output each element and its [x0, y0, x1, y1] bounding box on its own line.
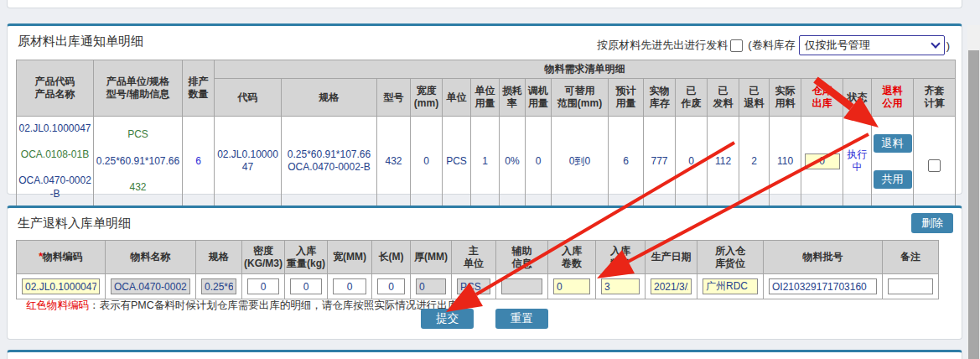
col-header-machine-usage: 调机 用量	[526, 79, 552, 117]
cell-actual-usage: 110	[770, 117, 801, 207]
col-header-warehouse-slot: 所入仓 库货位	[697, 241, 764, 274]
cell-unit-usage: 1	[471, 117, 500, 207]
prod-date-input[interactable]	[651, 278, 692, 294]
col-header-actual-usage: 实际 用料	[770, 79, 801, 117]
cell-unit: PCS	[443, 117, 471, 207]
col-header-unit: 单位	[443, 79, 471, 117]
cell-product-code: 02.JL0.1000047 OCA.0108-01B OCA.0470-000…	[17, 117, 94, 207]
cell-returned: 2	[739, 117, 770, 207]
col-header-width: 宽度 (mm)	[411, 79, 443, 117]
cell-spec: 0.25*60.91*107.66 OCA.0470-0002-B	[282, 117, 377, 207]
roll-count-input[interactable]	[553, 278, 590, 294]
col-header-weight-in: 入库 重量(kg)	[285, 241, 328, 274]
col-header-main-unit: 主 单位	[452, 241, 496, 274]
roll-stock-select[interactable]: 仅按批号管理	[799, 35, 945, 55]
col-header-material-name: 物料名称	[106, 241, 196, 274]
cell-loss-rate: 0%	[500, 117, 526, 207]
table-row: 02.JL0.1000047 OCA.0108-01B OCA.0470-000…	[17, 117, 956, 207]
main-unit-input[interactable]	[457, 278, 490, 294]
return-material-button[interactable]: 退料	[874, 134, 912, 153]
next-panel-edge	[7, 350, 962, 359]
cell-machine-usage: 0	[526, 117, 552, 207]
col-header-expected-usage: 预计 用量	[609, 79, 644, 117]
chevron-down-icon	[931, 39, 940, 48]
col-header-substitute-range: 可替用 范围(mm)	[552, 79, 609, 117]
col-header-scrapped: 已 作废	[676, 79, 708, 117]
submit-button[interactable]: 提交	[421, 309, 474, 329]
col-header-physical-stock: 实物 库存	[644, 79, 676, 117]
col-header-thickness: 厚(MM)	[411, 241, 452, 274]
cell-sched-qty: 6	[183, 117, 215, 207]
kit-calc-checkbox[interactable]	[928, 159, 941, 172]
delete-button[interactable]: 删除	[911, 213, 953, 233]
cell-expected-usage: 6	[609, 117, 644, 207]
col-header-warehouse-out: 仓库 出库	[801, 79, 843, 117]
cell-scrapped: 0	[676, 117, 708, 207]
remark-input[interactable]	[888, 278, 933, 294]
col-header-remark: 备注	[883, 241, 939, 274]
width-input[interactable]	[333, 278, 366, 294]
col-header-code: 代码	[215, 79, 282, 117]
previous-panel-edge	[7, 0, 962, 8]
warehouse-slot-input[interactable]	[703, 278, 758, 294]
outbound-options-row: 按原材料先进先出进行发料 (卷料库存 仅按批号管理 )	[597, 35, 950, 55]
outbound-panel-title: 原材料出库通知单明细	[18, 34, 143, 49]
material-code-input[interactable]	[22, 278, 100, 294]
cell-product-unit-spec: PCS 0.25*60.91*107.66 432	[94, 117, 183, 207]
col-header-unit-usage: 单位 用量	[471, 79, 500, 117]
cell-code: 02.JL0.1000047	[215, 117, 282, 207]
col-header-kit-calc: 齐套 计算	[914, 79, 956, 117]
col-header-material-code: *物料编码	[17, 241, 106, 274]
col-header-loss-rate: 损耗 率	[500, 79, 526, 117]
col-header-batch-no: 物料批号	[764, 241, 883, 274]
cell-return-share: 退料 共用	[872, 117, 914, 207]
cell-physical-stock: 777	[644, 117, 676, 207]
weight-in-input[interactable]	[290, 278, 322, 294]
col-header-model: 型号	[377, 79, 411, 117]
col-header-return-share: 退料 公用	[872, 79, 914, 117]
return-inbound-table: *物料编码 物料名称 规格 密度 (KG/M3) 入库 重量(kg) 宽(MM)…	[16, 240, 939, 299]
col-header-issued: 已 发料	[708, 79, 739, 117]
share-button[interactable]: 共用	[874, 170, 912, 189]
col-header-prod-date: 生产日期	[646, 241, 697, 274]
batch-no-input[interactable]	[769, 278, 877, 294]
col-header-sched-qty: 排产 数量	[183, 60, 215, 117]
spec-input[interactable]	[201, 278, 236, 294]
col-header-roll-count: 入库 卷数	[548, 241, 596, 274]
cell-kit-calc	[914, 117, 956, 207]
cell-width: 0	[411, 117, 443, 207]
col-header-density: 密度 (KG/M3)	[242, 241, 285, 274]
return-panel-title: 生产退料入库单明细	[18, 216, 131, 232]
col-header-product-unit-spec: 产品单位/规格 型号/辅助信息	[94, 60, 183, 117]
return-inbound-panel: 生产退料入库单明细 删除 *物料编码 物料名称 规格 密度 (KG/M3) 入库…	[7, 206, 962, 340]
scrollbar-thumb[interactable]	[968, 50, 979, 359]
roll-stock-select-value: 仅按批号管理	[805, 38, 870, 53]
cell-substitute-range: 0到0	[552, 117, 609, 207]
aux-info-input[interactable]	[501, 278, 542, 294]
roll-stock-label: (卷料库存	[748, 38, 795, 53]
material-name-input[interactable]	[111, 278, 190, 294]
roll-stock-label-close: )	[946, 39, 950, 52]
reset-button[interactable]: 重置	[495, 309, 548, 329]
density-input[interactable]	[247, 278, 279, 294]
col-header-length: 长(M)	[372, 241, 411, 274]
col-header-returned: 已 退料	[739, 79, 770, 117]
length-input[interactable]	[377, 278, 405, 294]
col-header-qty-in: 入库 数量	[596, 241, 646, 274]
material-demand-table: 产品代码 产品名称 产品单位/规格 型号/辅助信息 排产 数量 物料需求清单明细…	[16, 60, 956, 207]
page: { "colors": { "accent_teal": "#2e7da6", …	[0, 0, 980, 359]
warehouse-out-input[interactable]	[805, 153, 840, 169]
group-header-material-demand: 物料需求清单明细	[215, 60, 956, 79]
qty-in-input[interactable]	[601, 278, 640, 294]
col-header-product-code: 产品代码 产品名称	[17, 60, 94, 117]
cell-warehouse-out	[801, 117, 843, 207]
form-buttons: 提交 重置	[8, 309, 962, 329]
col-header-status: 状态	[843, 79, 872, 117]
cell-status: 执行中	[843, 117, 872, 207]
thickness-input[interactable]	[416, 278, 446, 294]
col-header-spec: 规格	[282, 79, 377, 117]
fifo-issue-checkbox[interactable]	[730, 39, 743, 52]
fifo-issue-label: 按原材料先进先出进行发料	[597, 38, 728, 53]
col-header-aux-info: 辅助 信息	[496, 241, 548, 274]
table-row	[17, 274, 939, 299]
